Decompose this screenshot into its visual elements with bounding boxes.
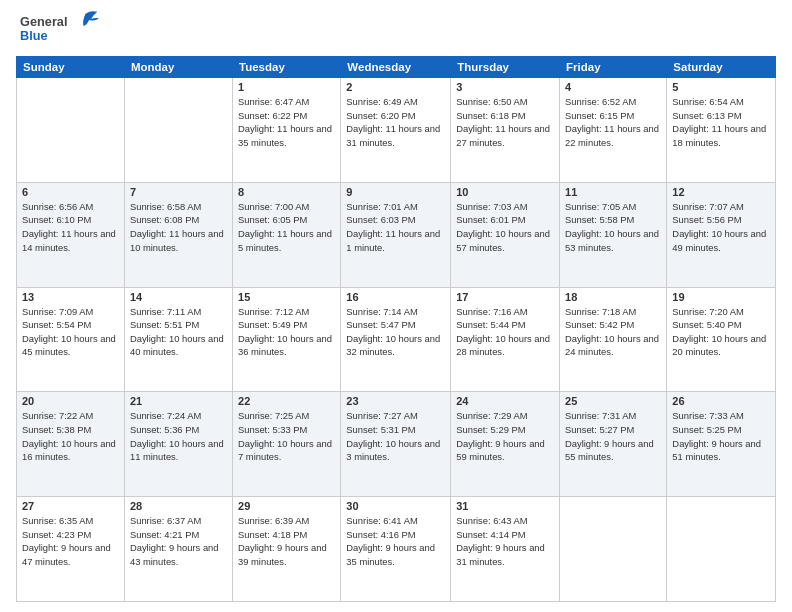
day-number: 11 [565, 186, 661, 198]
calendar-cell: 14Sunrise: 7:11 AMSunset: 5:51 PMDayligh… [124, 287, 232, 392]
weekday-header-saturday: Saturday [667, 57, 776, 78]
day-number: 18 [565, 291, 661, 303]
day-number: 25 [565, 395, 661, 407]
day-number: 2 [346, 81, 445, 93]
week-row-2: 13Sunrise: 7:09 AMSunset: 5:54 PMDayligh… [17, 287, 776, 392]
week-row-1: 6Sunrise: 6:56 AMSunset: 6:10 PMDaylight… [17, 182, 776, 287]
calendar-cell: 21Sunrise: 7:24 AMSunset: 5:36 PMDayligh… [124, 392, 232, 497]
day-number: 6 [22, 186, 119, 198]
day-info: Sunrise: 7:31 AMSunset: 5:27 PMDaylight:… [565, 409, 661, 464]
day-number: 21 [130, 395, 227, 407]
day-number: 9 [346, 186, 445, 198]
day-number: 16 [346, 291, 445, 303]
calendar-cell: 10Sunrise: 7:03 AMSunset: 6:01 PMDayligh… [451, 182, 560, 287]
week-row-4: 27Sunrise: 6:35 AMSunset: 4:23 PMDayligh… [17, 497, 776, 602]
day-number: 7 [130, 186, 227, 198]
calendar-cell [124, 78, 232, 183]
calendar-cell: 1Sunrise: 6:47 AMSunset: 6:22 PMDaylight… [233, 78, 341, 183]
calendar-cell: 12Sunrise: 7:07 AMSunset: 5:56 PMDayligh… [667, 182, 776, 287]
day-number: 28 [130, 500, 227, 512]
calendar-cell: 29Sunrise: 6:39 AMSunset: 4:18 PMDayligh… [233, 497, 341, 602]
day-info: Sunrise: 7:11 AMSunset: 5:51 PMDaylight:… [130, 305, 227, 360]
day-number: 8 [238, 186, 335, 198]
day-info: Sunrise: 7:14 AMSunset: 5:47 PMDaylight:… [346, 305, 445, 360]
day-info: Sunrise: 7:07 AMSunset: 5:56 PMDaylight:… [672, 200, 770, 255]
day-info: Sunrise: 7:00 AMSunset: 6:05 PMDaylight:… [238, 200, 335, 255]
calendar-cell: 9Sunrise: 7:01 AMSunset: 6:03 PMDaylight… [341, 182, 451, 287]
day-number: 10 [456, 186, 554, 198]
day-number: 31 [456, 500, 554, 512]
day-info: Sunrise: 7:16 AMSunset: 5:44 PMDaylight:… [456, 305, 554, 360]
weekday-header-tuesday: Tuesday [233, 57, 341, 78]
day-info: Sunrise: 7:29 AMSunset: 5:29 PMDaylight:… [456, 409, 554, 464]
week-row-0: 1Sunrise: 6:47 AMSunset: 6:22 PMDaylight… [17, 78, 776, 183]
day-number: 19 [672, 291, 770, 303]
calendar-cell: 7Sunrise: 6:58 AMSunset: 6:08 PMDaylight… [124, 182, 232, 287]
calendar-cell: 2Sunrise: 6:49 AMSunset: 6:20 PMDaylight… [341, 78, 451, 183]
weekday-header-wednesday: Wednesday [341, 57, 451, 78]
calendar-table: SundayMondayTuesdayWednesdayThursdayFrid… [16, 56, 776, 602]
day-info: Sunrise: 7:03 AMSunset: 6:01 PMDaylight:… [456, 200, 554, 255]
day-number: 3 [456, 81, 554, 93]
day-info: Sunrise: 7:22 AMSunset: 5:38 PMDaylight:… [22, 409, 119, 464]
day-number: 20 [22, 395, 119, 407]
calendar-cell: 8Sunrise: 7:00 AMSunset: 6:05 PMDaylight… [233, 182, 341, 287]
day-info: Sunrise: 7:25 AMSunset: 5:33 PMDaylight:… [238, 409, 335, 464]
header: General Blue [16, 10, 776, 50]
day-number: 5 [672, 81, 770, 93]
calendar-cell: 28Sunrise: 6:37 AMSunset: 4:21 PMDayligh… [124, 497, 232, 602]
day-number: 22 [238, 395, 335, 407]
day-number: 12 [672, 186, 770, 198]
day-info: Sunrise: 6:50 AMSunset: 6:18 PMDaylight:… [456, 95, 554, 150]
day-number: 14 [130, 291, 227, 303]
logo: General Blue [16, 10, 106, 50]
day-number: 15 [238, 291, 335, 303]
day-info: Sunrise: 6:49 AMSunset: 6:20 PMDaylight:… [346, 95, 445, 150]
day-number: 4 [565, 81, 661, 93]
day-info: Sunrise: 6:39 AMSunset: 4:18 PMDaylight:… [238, 514, 335, 569]
day-info: Sunrise: 6:35 AMSunset: 4:23 PMDaylight:… [22, 514, 119, 569]
weekday-header-row: SundayMondayTuesdayWednesdayThursdayFrid… [17, 57, 776, 78]
logo-svg: General Blue [16, 10, 106, 50]
day-number: 26 [672, 395, 770, 407]
calendar-cell: 22Sunrise: 7:25 AMSunset: 5:33 PMDayligh… [233, 392, 341, 497]
calendar-cell: 23Sunrise: 7:27 AMSunset: 5:31 PMDayligh… [341, 392, 451, 497]
day-number: 30 [346, 500, 445, 512]
day-number: 24 [456, 395, 554, 407]
day-info: Sunrise: 7:24 AMSunset: 5:36 PMDaylight:… [130, 409, 227, 464]
calendar-cell: 13Sunrise: 7:09 AMSunset: 5:54 PMDayligh… [17, 287, 125, 392]
day-info: Sunrise: 7:33 AMSunset: 5:25 PMDaylight:… [672, 409, 770, 464]
weekday-header-sunday: Sunday [17, 57, 125, 78]
calendar-cell: 3Sunrise: 6:50 AMSunset: 6:18 PMDaylight… [451, 78, 560, 183]
day-info: Sunrise: 7:18 AMSunset: 5:42 PMDaylight:… [565, 305, 661, 360]
weekday-header-monday: Monday [124, 57, 232, 78]
calendar-cell [560, 497, 667, 602]
calendar-cell: 6Sunrise: 6:56 AMSunset: 6:10 PMDaylight… [17, 182, 125, 287]
calendar-cell: 18Sunrise: 7:18 AMSunset: 5:42 PMDayligh… [560, 287, 667, 392]
day-number: 27 [22, 500, 119, 512]
calendar-cell: 19Sunrise: 7:20 AMSunset: 5:40 PMDayligh… [667, 287, 776, 392]
calendar-cell: 24Sunrise: 7:29 AMSunset: 5:29 PMDayligh… [451, 392, 560, 497]
day-number: 23 [346, 395, 445, 407]
day-number: 13 [22, 291, 119, 303]
day-number: 1 [238, 81, 335, 93]
weekday-header-thursday: Thursday [451, 57, 560, 78]
calendar-cell: 15Sunrise: 7:12 AMSunset: 5:49 PMDayligh… [233, 287, 341, 392]
calendar-cell: 25Sunrise: 7:31 AMSunset: 5:27 PMDayligh… [560, 392, 667, 497]
calendar-cell: 11Sunrise: 7:05 AMSunset: 5:58 PMDayligh… [560, 182, 667, 287]
day-info: Sunrise: 7:09 AMSunset: 5:54 PMDaylight:… [22, 305, 119, 360]
calendar-cell: 5Sunrise: 6:54 AMSunset: 6:13 PMDaylight… [667, 78, 776, 183]
calendar-cell: 26Sunrise: 7:33 AMSunset: 5:25 PMDayligh… [667, 392, 776, 497]
day-info: Sunrise: 7:01 AMSunset: 6:03 PMDaylight:… [346, 200, 445, 255]
day-info: Sunrise: 7:12 AMSunset: 5:49 PMDaylight:… [238, 305, 335, 360]
day-number: 29 [238, 500, 335, 512]
weekday-header-friday: Friday [560, 57, 667, 78]
day-info: Sunrise: 7:20 AMSunset: 5:40 PMDaylight:… [672, 305, 770, 360]
day-info: Sunrise: 6:52 AMSunset: 6:15 PMDaylight:… [565, 95, 661, 150]
calendar-cell: 4Sunrise: 6:52 AMSunset: 6:15 PMDaylight… [560, 78, 667, 183]
day-info: Sunrise: 6:43 AMSunset: 4:14 PMDaylight:… [456, 514, 554, 569]
day-info: Sunrise: 6:37 AMSunset: 4:21 PMDaylight:… [130, 514, 227, 569]
day-info: Sunrise: 6:47 AMSunset: 6:22 PMDaylight:… [238, 95, 335, 150]
day-info: Sunrise: 6:56 AMSunset: 6:10 PMDaylight:… [22, 200, 119, 255]
day-number: 17 [456, 291, 554, 303]
